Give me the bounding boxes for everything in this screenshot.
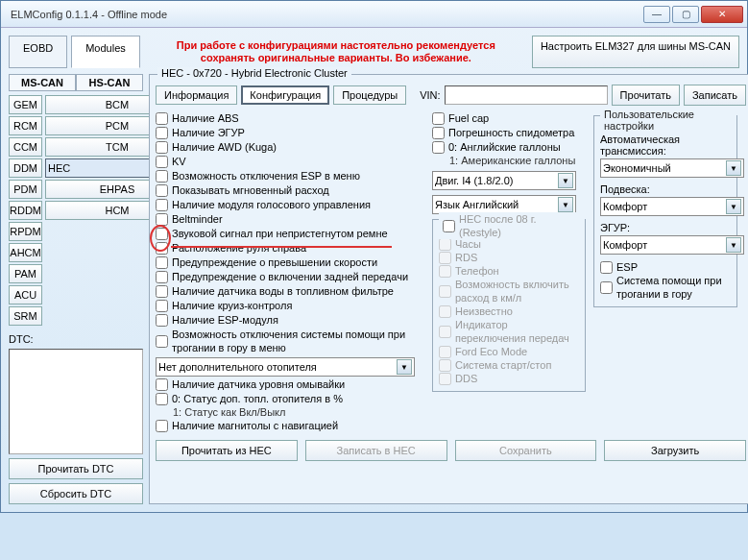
config-checkbox[interactable]: Fuel cap (432, 111, 586, 125)
module-rpdm[interactable]: RPDM (9, 222, 42, 241)
app-window: ELMConfig 0.1.1.4 - Offline mode — ▢ ✕ E… (0, 0, 748, 513)
chevron-down-icon: ▼ (726, 160, 741, 176)
restyle-item-checkbox: Телефон (439, 264, 579, 278)
restyle-item-checkbox: Неизвестно (439, 304, 579, 318)
config-checkbox[interactable]: Расположение руля справа (156, 241, 424, 255)
info-line: 1: Статус как Вкл/Выкл (173, 406, 424, 418)
subtab-proc[interactable]: Процедуры (333, 85, 406, 105)
module-rcm[interactable]: RCM (9, 116, 42, 135)
config-checkbox[interactable]: Звуковой сигнал при непристегнутом ремне (156, 227, 424, 240)
bus-ms-header: MS-CAN (9, 74, 76, 91)
config-checkbox[interactable]: Наличие датчика уровня омывайки (156, 377, 424, 391)
config-checkbox[interactable]: Показывать мгновенный расход (156, 183, 424, 197)
user-settings-title: Пользовательские настройки (600, 109, 736, 132)
config-checkbox[interactable]: KV (156, 155, 424, 168)
egur-label: ЭГУР: (600, 222, 731, 233)
write-to-hec-button[interactable]: Записать в HEC (305, 440, 447, 461)
heater-select[interactable]: Нет дополнительного отопителя▼ (156, 357, 415, 377)
minimize-button[interactable]: — (643, 6, 670, 23)
config-checkbox[interactable]: Наличие ESP-модуля (156, 313, 424, 327)
engine-select[interactable]: Двиг. I4 (1.8/2.0)▼ (432, 171, 576, 190)
trans-label: Автоматическая трансмиссия: (600, 134, 731, 157)
config-checkbox[interactable]: Предупреждение о превышении скорости (156, 256, 424, 269)
reset-dtc-button[interactable]: Сбросить DTC (9, 483, 143, 504)
maximize-button[interactable]: ▢ (672, 6, 699, 23)
restyle-item-checkbox: RDS (439, 251, 579, 264)
bus-hs-header: HS-CAN (76, 74, 143, 91)
configure-elm327-button[interactable]: Настроить ELM327 для шины MS-CAN (532, 36, 739, 68)
save-button[interactable]: Сохранить (455, 440, 597, 461)
restyle-item-checkbox: Возможность включить расход в км/л (439, 278, 579, 304)
config-checkbox[interactable]: Предупреждение о включении задней переда… (156, 270, 424, 283)
tab-eobd[interactable]: EOBD (9, 36, 67, 68)
config-checkbox[interactable]: Наличие модуля голосового управления (156, 198, 424, 211)
esp-checkbox[interactable]: ESP (600, 260, 731, 274)
restyle-item-checkbox: Индикатор переключения передач (439, 318, 579, 345)
module-acu[interactable]: ACU (9, 285, 42, 304)
window-title: ELMConfig 0.1.1.4 - Offline mode (5, 9, 643, 20)
restyle-item-checkbox: Часы (439, 237, 579, 251)
dtc-listbox[interactable] (9, 349, 143, 454)
close-button[interactable]: ✕ (701, 6, 743, 23)
chevron-down-icon: ▼ (726, 237, 741, 253)
dtc-label: DTC: (9, 333, 143, 345)
egur-select[interactable]: Комфорт▼ (600, 235, 744, 255)
config-checkbox[interactable]: Наличие магнитолы с навигацией (156, 419, 424, 432)
config-checkbox[interactable]: Погрешность спидометра (432, 126, 586, 139)
config-checkbox[interactable]: Наличие ABS (156, 111, 424, 125)
write-vin-button[interactable]: Записать (684, 85, 746, 106)
config-checkbox[interactable]: Возможность отключения ESP в меню (156, 169, 424, 183)
module-panel: HEC - 0x720 - Hybrid Electronic Cluster … (149, 74, 748, 504)
chevron-down-icon: ▼ (726, 199, 741, 214)
read-from-hec-button[interactable]: Прочитать из HEC (156, 440, 298, 461)
warning-text: При работе с конфигурациями настоятельно… (144, 36, 528, 68)
restyle-checkbox[interactable]: HEC после 08 г. (Restyle) (439, 212, 585, 239)
tab-modules[interactable]: Modules (71, 36, 140, 68)
config-checkbox[interactable]: Наличие круиз-контроля (156, 299, 424, 312)
left-column: MS-CAN HS-CAN GEMRCMCCMDDMPDMRDDMRPDMAHC… (9, 74, 143, 504)
chevron-down-icon: ▼ (558, 197, 573, 212)
trans-select[interactable]: Экономичный▼ (600, 158, 744, 178)
module-ahcm[interactable]: AHCM (9, 243, 42, 262)
lang-select[interactable]: Язык Английский▼ (432, 195, 576, 214)
vin-input[interactable] (445, 85, 608, 105)
titlebar: ELMConfig 0.1.1.4 - Offline mode — ▢ ✕ (1, 1, 747, 28)
subtab-info[interactable]: Информация (156, 85, 237, 105)
restyle-item-checkbox: Система старт/стоп (439, 358, 579, 372)
module-srm[interactable]: SRM (9, 306, 42, 326)
config-checkbox[interactable]: Возможность отключения системы помощи пр… (156, 328, 424, 354)
susp-select[interactable]: Комфорт▼ (600, 197, 744, 216)
module-ddm[interactable]: DDM (9, 158, 42, 178)
module-rddm[interactable]: RDDM (9, 201, 42, 220)
restyle-item-checkbox: Ford Eco Mode (439, 345, 579, 358)
load-button[interactable]: Загрузить (604, 440, 746, 461)
module-pdm[interactable]: PDM (9, 180, 42, 199)
module-gem[interactable]: GEM (9, 95, 42, 114)
config-checkbox[interactable]: Наличие ЭГУР (156, 126, 424, 139)
panel-title: HEC - 0x720 - Hybrid Electronic Cluster (157, 67, 351, 79)
config-checkbox[interactable]: Наличие AWD (Kuga) (156, 140, 424, 154)
hill-assist-checkbox[interactable]: Система помощи при трогании в гору (600, 274, 731, 301)
config-checkbox[interactable]: Beltminder (156, 212, 424, 226)
module-ccm[interactable]: CCM (9, 137, 42, 157)
info-line: 1: Американские галлоны (449, 155, 586, 166)
read-dtc-button[interactable]: Прочитать DTC (9, 458, 143, 479)
chevron-down-icon: ▼ (397, 359, 412, 375)
restyle-group: HEC после 08 г. (Restyle)ЧасыRDSТелефонВ… (432, 219, 586, 392)
config-checkbox[interactable]: 0: Статус доп. топл. отопителя в % (156, 392, 424, 405)
user-settings-group: Пользовательские настройки Автоматическа… (593, 115, 737, 307)
susp-label: Подвеска: (600, 183, 731, 195)
subtab-config[interactable]: Конфигурация (241, 85, 329, 105)
config-checkbox[interactable]: Наличие датчика воды в топливном фильтре (156, 284, 424, 298)
restyle-item-checkbox: DDS (439, 372, 579, 385)
read-vin-button[interactable]: Прочитать (612, 85, 680, 106)
config-checkbox[interactable]: 0: Английские галлоны (432, 140, 586, 154)
vin-label: VIN: (420, 89, 440, 101)
chevron-down-icon: ▼ (558, 173, 573, 188)
module-pam[interactable]: PAM (9, 264, 42, 283)
